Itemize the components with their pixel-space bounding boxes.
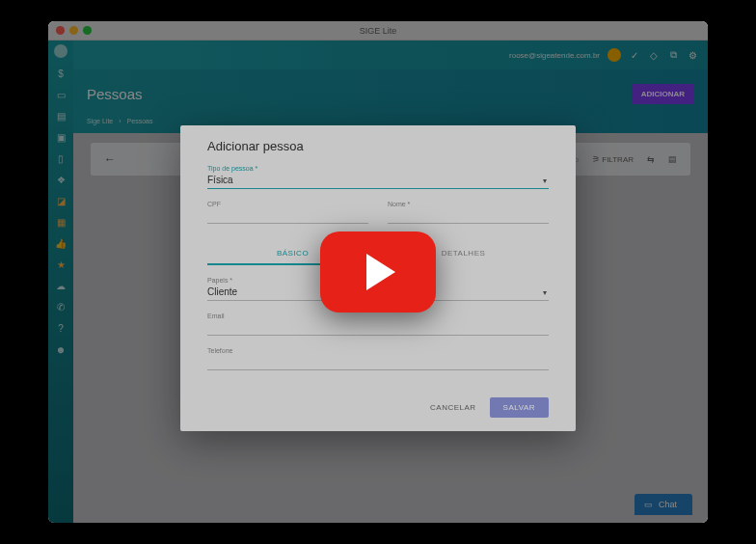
nome-field[interactable]: Nome * <box>388 201 549 224</box>
cpf-field[interactable]: CPF <box>207 201 368 224</box>
tipo-pessoa-field[interactable]: Tipo de pessoa * Física ▾ <box>207 165 549 189</box>
play-icon <box>366 254 395 290</box>
telefone-input[interactable] <box>207 355 549 370</box>
modal-actions: CANCELAR SALVAR <box>207 397 549 418</box>
chevron-down-icon: ▾ <box>543 288 547 297</box>
email-field[interactable]: Email <box>207 313 549 336</box>
telefone-field[interactable]: Telefone <box>207 347 549 370</box>
cancel-button[interactable]: CANCELAR <box>430 403 476 412</box>
field-label: Telefone <box>207 347 549 354</box>
chevron-down-icon: ▾ <box>543 177 547 185</box>
field-label: CPF <box>207 201 368 207</box>
nome-input[interactable] <box>388 208 549 224</box>
field-label: Email <box>207 313 549 319</box>
tipo-pessoa-select[interactable]: Física ▾ <box>207 173 549 189</box>
field-label: Tipo de pessoa * <box>207 165 549 172</box>
field-label: Nome * <box>388 201 549 207</box>
cpf-input[interactable] <box>207 208 368 224</box>
video-play-button[interactable] <box>320 231 436 313</box>
email-input[interactable] <box>207 320 549 336</box>
save-button[interactable]: SALVAR <box>490 397 549 418</box>
modal-title: Adicionar pessoa <box>207 139 549 153</box>
